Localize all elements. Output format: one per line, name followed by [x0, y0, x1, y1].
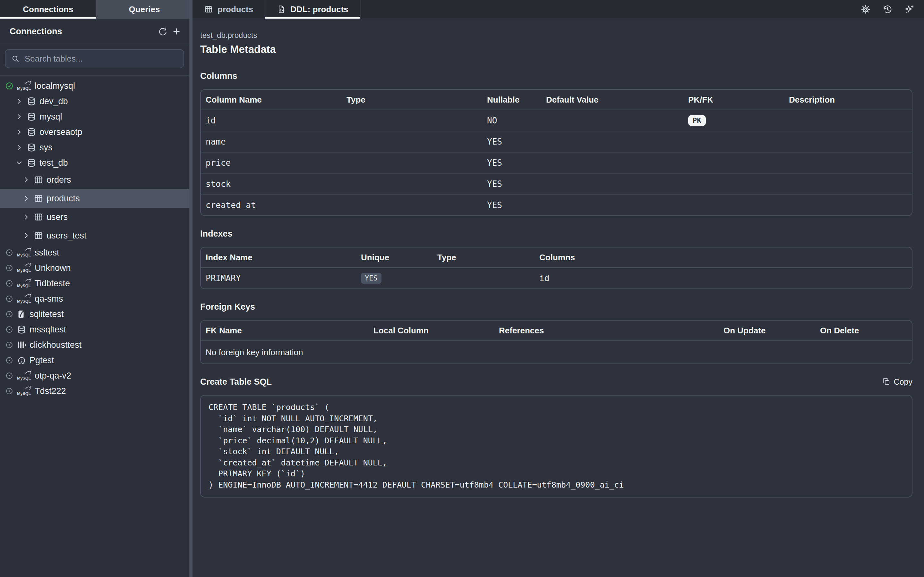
- page-title: Table Metadata: [200, 43, 913, 56]
- connection-item[interactable]: clickhousttest: [0, 337, 192, 353]
- cell-column-name: id: [201, 116, 342, 125]
- editor-tab-bar: products DDL: products: [192, 0, 924, 19]
- tree-item-label: users_test: [47, 231, 87, 241]
- tree-item-label: localmysql: [35, 81, 75, 91]
- chevron-right-icon[interactable]: [22, 213, 31, 221]
- sidebar-tab-connections[interactable]: Connections: [0, 0, 96, 19]
- tree-item-label: clickhousttest: [29, 340, 81, 350]
- database-item[interactable]: overseaotp: [0, 124, 192, 140]
- column-header: Nullable: [482, 95, 541, 105]
- ai-assistant-button[interactable]: [902, 2, 916, 16]
- tree-item-label: overseaotp: [39, 127, 82, 137]
- mysql-icon: MySQL: [17, 386, 31, 396]
- add-connection-button[interactable]: [170, 24, 184, 39]
- svg-text:MySQL: MySQL: [17, 299, 31, 303]
- tree-item-label: ssltest: [35, 248, 59, 258]
- connection-item[interactable]: MySQLlocalmysql: [0, 78, 192, 93]
- sparkles-icon: [905, 5, 914, 14]
- chevron-right-icon[interactable]: [15, 97, 23, 105]
- chevron-right-icon[interactable]: [22, 176, 31, 184]
- tree-item-label: otp-qa-v2: [35, 371, 71, 381]
- search-icon: [11, 55, 19, 63]
- tree-item-label: sys: [39, 143, 53, 153]
- sidebar-scrollbar[interactable]: [189, 0, 192, 577]
- connection-item[interactable]: MySQLTdst222: [0, 384, 192, 399]
- connection-item[interactable]: MySQLqa-sms: [0, 291, 192, 306]
- connection-item[interactable]: mssqltest: [0, 322, 192, 337]
- refresh-connections-button[interactable]: [155, 24, 170, 39]
- database-item[interactable]: dev_db: [0, 93, 192, 109]
- tree-item-label: orders: [47, 175, 71, 185]
- mysql-icon: MySQL: [17, 371, 31, 381]
- chevron-down-icon[interactable]: [15, 159, 23, 167]
- database-item[interactable]: sys: [0, 140, 192, 155]
- connection-item[interactable]: Pgtest: [0, 353, 192, 368]
- connection-item[interactable]: sqlitetest: [0, 306, 192, 322]
- table-row[interactable]: nameYES: [201, 131, 912, 153]
- database-icon: [27, 112, 36, 121]
- column-header: Column Name: [201, 95, 342, 105]
- svg-text:MySQL: MySQL: [17, 86, 31, 91]
- history-button[interactable]: [880, 2, 895, 16]
- status-idle-icon: [5, 264, 13, 272]
- tree-item-label: test_db: [39, 158, 68, 168]
- cell-index-columns: id: [535, 274, 912, 283]
- table-item[interactable]: products: [0, 189, 192, 208]
- sidebar: Connections Queries Connections MySQLloc…: [0, 0, 192, 577]
- tab-products[interactable]: products: [192, 0, 265, 19]
- search-area: [0, 44, 192, 76]
- connection-item[interactable]: MySQLssltest: [0, 245, 192, 260]
- table-row[interactable]: priceYES: [201, 153, 912, 174]
- search-input[interactable]: [24, 53, 178, 64]
- create-table-sql-block: CREATE TABLE `products` ( `id` int NOT N…: [200, 395, 913, 498]
- column-header: On Update: [719, 326, 815, 335]
- column-header: PK/FK: [683, 95, 784, 105]
- svg-text:MySQL: MySQL: [17, 268, 31, 273]
- connection-item[interactable]: MySQLTidbteste: [0, 276, 192, 291]
- database-item[interactable]: test_db: [0, 155, 192, 171]
- table-item[interactable]: users_test: [0, 226, 192, 245]
- svg-text:MySQL: MySQL: [17, 253, 31, 258]
- status-connected-icon: [5, 82, 13, 90]
- tree-item-label: Pgtest: [29, 356, 54, 366]
- copy-sql-button[interactable]: Copy: [882, 377, 913, 387]
- indexes-section-heading: Indexes: [200, 229, 913, 239]
- topbar-actions: [859, 0, 924, 19]
- table-item[interactable]: orders: [0, 171, 192, 189]
- connections-panel-title: Connections: [10, 27, 155, 37]
- table-row[interactable]: idNOPK: [201, 110, 912, 131]
- chevron-right-icon[interactable]: [15, 128, 23, 136]
- metadata-page: test_db.products Table Metadata Columns …: [192, 19, 924, 577]
- cell-nullable: YES: [482, 137, 541, 147]
- table-item[interactable]: users: [0, 208, 192, 226]
- column-header: Columns: [535, 253, 912, 263]
- connection-item[interactable]: MySQLUnknown: [0, 260, 192, 276]
- connection-item[interactable]: MySQLotp-qa-v2: [0, 368, 192, 384]
- column-header: On Delete: [815, 326, 912, 335]
- table-row[interactable]: created_atYES: [201, 195, 912, 215]
- columns-section-heading: Columns: [200, 71, 913, 81]
- tab-ddl-products[interactable]: DDL: products: [265, 0, 360, 19]
- chevron-right-icon[interactable]: [15, 113, 23, 121]
- sidebar-tab-queries[interactable]: Queries: [96, 0, 192, 19]
- tree-item-label: Unknown: [35, 263, 71, 273]
- columns-table: Column NameTypeNullableDefault ValuePK/F…: [200, 89, 913, 216]
- foreign-keys-section-heading: Foreign Keys: [200, 302, 913, 311]
- column-header: Unique: [356, 253, 433, 263]
- chevron-right-icon[interactable]: [15, 143, 23, 152]
- foreign-keys-empty-message: No foreign key information: [201, 341, 912, 364]
- search-box: [5, 49, 184, 68]
- status-idle-icon: [5, 387, 13, 395]
- database-item[interactable]: mysql: [0, 109, 192, 124]
- table-row[interactable]: PRIMARYYESid: [201, 268, 912, 288]
- status-idle-icon: [5, 372, 13, 380]
- status-idle-icon: [5, 295, 13, 303]
- cell-column-name: price: [201, 158, 342, 168]
- chevron-right-icon[interactable]: [22, 231, 31, 240]
- mysql-icon: MySQL: [17, 278, 31, 288]
- chevron-right-icon[interactable]: [22, 194, 31, 203]
- table-icon: [34, 212, 43, 222]
- sidebar-tab-queries-label: Queries: [129, 5, 160, 15]
- settings-button[interactable]: [859, 2, 873, 16]
- table-row[interactable]: stockYES: [201, 174, 912, 195]
